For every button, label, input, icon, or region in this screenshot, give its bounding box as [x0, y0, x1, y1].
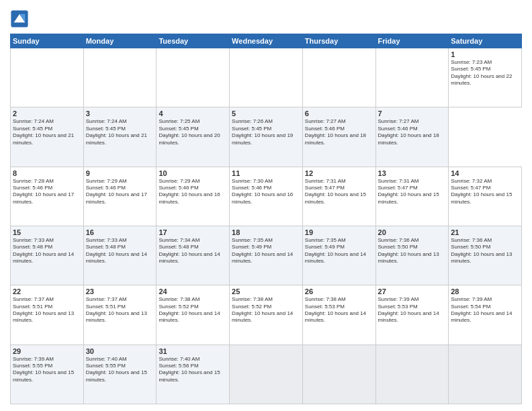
calendar-day-cell: 9Sunrise: 7:29 AM Sunset: 5:46 PM Daylig…: [83, 167, 157, 226]
calendar-day-cell: [230, 48, 303, 107]
calendar-day-cell: 31Sunrise: 7:40 AM Sunset: 5:56 PM Dayli…: [157, 345, 230, 404]
day-info: Sunrise: 7:33 AM Sunset: 5:48 PM Dayligh…: [13, 237, 81, 265]
calendar-day-cell: 13Sunrise: 7:31 AM Sunset: 5:47 PM Dayli…: [375, 167, 449, 226]
day-number: 28: [451, 287, 519, 295]
day-info: Sunrise: 7:38 AM Sunset: 5:53 PM Dayligh…: [305, 296, 373, 324]
day-info: Sunrise: 7:36 AM Sunset: 5:50 PM Dayligh…: [378, 237, 447, 265]
calendar-day-cell: 1Sunrise: 7:23 AM Sunset: 5:45 PM Daylig…: [449, 48, 522, 107]
day-number: 1: [451, 50, 519, 58]
calendar-day-cell: 5Sunrise: 7:26 AM Sunset: 5:45 PM Daylig…: [230, 107, 303, 167]
day-number: 24: [159, 287, 227, 295]
day-info: Sunrise: 7:37 AM Sunset: 5:51 PM Dayligh…: [86, 296, 154, 324]
day-number: 27: [378, 287, 447, 295]
calendar-week-row: 29Sunrise: 7:39 AM Sunset: 5:55 PM Dayli…: [11, 345, 522, 404]
day-number: 26: [305, 287, 373, 295]
day-info: Sunrise: 7:35 AM Sunset: 5:49 PM Dayligh…: [305, 237, 373, 265]
calendar-day-cell: 23Sunrise: 7:37 AM Sunset: 5:51 PM Dayli…: [83, 285, 157, 345]
day-number: 21: [451, 228, 519, 236]
day-number: 9: [86, 169, 154, 177]
day-number: 8: [13, 169, 81, 177]
day-number: 3: [86, 109, 154, 118]
day-number: 14: [451, 169, 519, 177]
calendar-day-cell: [11, 48, 84, 107]
calendar-week-row: 1Sunrise: 7:23 AM Sunset: 5:45 PM Daylig…: [11, 48, 522, 107]
calendar-day-header: Wednesday: [230, 34, 303, 48]
calendar-day-cell: [449, 345, 522, 404]
day-info: Sunrise: 7:36 AM Sunset: 5:50 PM Dayligh…: [451, 237, 519, 265]
day-number: 17: [159, 228, 227, 236]
calendar-week-row: 8Sunrise: 7:28 AM Sunset: 5:46 PM Daylig…: [11, 167, 522, 226]
calendar-table: SundayMondayTuesdayWednesdayThursdayFrid…: [10, 34, 522, 404]
day-number: 31: [159, 347, 227, 355]
logo: [10, 9, 30, 28]
calendar-week-row: 15Sunrise: 7:33 AM Sunset: 5:48 PM Dayli…: [11, 226, 522, 285]
calendar-day-cell: 8Sunrise: 7:28 AM Sunset: 5:46 PM Daylig…: [11, 167, 84, 226]
day-number: 29: [13, 347, 81, 355]
calendar-day-cell: 6Sunrise: 7:27 AM Sunset: 5:46 PM Daylig…: [302, 107, 375, 167]
day-info: Sunrise: 7:39 AM Sunset: 5:55 PM Dayligh…: [13, 356, 81, 384]
day-number: 18: [232, 228, 300, 236]
calendar-day-cell: 10Sunrise: 7:29 AM Sunset: 5:46 PM Dayli…: [157, 167, 230, 226]
day-info: Sunrise: 7:38 AM Sunset: 5:52 PM Dayligh…: [232, 296, 300, 324]
day-number: 13: [378, 169, 447, 177]
calendar-day-header: Sunday: [11, 34, 84, 48]
calendar-day-cell: 14Sunrise: 7:32 AM Sunset: 5:47 PM Dayli…: [449, 167, 522, 226]
calendar-body: 1Sunrise: 7:23 AM Sunset: 5:45 PM Daylig…: [11, 48, 522, 404]
day-info: Sunrise: 7:25 AM Sunset: 5:45 PM Dayligh…: [159, 118, 227, 146]
day-info: Sunrise: 7:34 AM Sunset: 5:48 PM Dayligh…: [159, 237, 227, 265]
calendar-day-cell: 24Sunrise: 7:38 AM Sunset: 5:52 PM Dayli…: [157, 285, 230, 345]
page-container: SundayMondayTuesdayWednesdayThursdayFrid…: [0, 0, 532, 411]
day-info: Sunrise: 7:39 AM Sunset: 5:54 PM Dayligh…: [451, 296, 519, 324]
day-number: 22: [13, 287, 81, 295]
day-info: Sunrise: 7:33 AM Sunset: 5:48 PM Dayligh…: [86, 237, 154, 265]
day-info: Sunrise: 7:24 AM Sunset: 5:45 PM Dayligh…: [86, 118, 154, 146]
calendar-day-cell: 7Sunrise: 7:27 AM Sunset: 5:46 PM Daylig…: [375, 107, 449, 167]
day-info: Sunrise: 7:31 AM Sunset: 5:47 PM Dayligh…: [378, 178, 447, 206]
day-number: 7: [378, 109, 447, 118]
day-number: 2: [13, 109, 81, 118]
calendar-day-cell: 17Sunrise: 7:34 AM Sunset: 5:48 PM Dayli…: [157, 226, 230, 285]
day-info: Sunrise: 7:26 AM Sunset: 5:45 PM Dayligh…: [232, 118, 300, 146]
day-number: 20: [378, 228, 447, 236]
calendar-day-cell: 19Sunrise: 7:35 AM Sunset: 5:49 PM Dayli…: [302, 226, 375, 285]
day-number: 5: [232, 109, 300, 118]
calendar-day-cell: 26Sunrise: 7:38 AM Sunset: 5:53 PM Dayli…: [302, 285, 375, 345]
calendar-day-cell: 3Sunrise: 7:24 AM Sunset: 5:45 PM Daylig…: [83, 107, 157, 167]
day-number: 23: [86, 287, 154, 295]
calendar-day-header: Friday: [375, 34, 449, 48]
day-number: 25: [232, 287, 300, 295]
day-info: Sunrise: 7:40 AM Sunset: 5:56 PM Dayligh…: [159, 356, 227, 384]
day-number: 12: [305, 169, 373, 177]
calendar-day-cell: 4Sunrise: 7:25 AM Sunset: 5:45 PM Daylig…: [157, 107, 230, 167]
calendar-day-cell: 2Sunrise: 7:24 AM Sunset: 5:45 PM Daylig…: [11, 107, 84, 167]
day-number: 4: [159, 109, 227, 118]
calendar-day-cell: 21Sunrise: 7:36 AM Sunset: 5:50 PM Dayli…: [449, 226, 522, 285]
day-number: 10: [159, 169, 227, 177]
calendar-day-cell: 22Sunrise: 7:37 AM Sunset: 5:51 PM Dayli…: [11, 285, 84, 345]
calendar-day-cell: 25Sunrise: 7:38 AM Sunset: 5:52 PM Dayli…: [230, 285, 303, 345]
calendar-day-header: Thursday: [302, 34, 375, 48]
calendar-day-cell: [83, 48, 157, 107]
calendar-week-row: 2Sunrise: 7:24 AM Sunset: 5:45 PM Daylig…: [11, 107, 522, 167]
calendar-day-cell: 16Sunrise: 7:33 AM Sunset: 5:48 PM Dayli…: [83, 226, 157, 285]
day-info: Sunrise: 7:27 AM Sunset: 5:46 PM Dayligh…: [305, 118, 373, 146]
calendar-day-cell: 11Sunrise: 7:30 AM Sunset: 5:46 PM Dayli…: [230, 167, 303, 226]
calendar-week-row: 22Sunrise: 7:37 AM Sunset: 5:51 PM Dayli…: [11, 285, 522, 345]
day-number: 16: [86, 228, 154, 236]
day-info: Sunrise: 7:40 AM Sunset: 5:55 PM Dayligh…: [86, 356, 154, 384]
day-number: 19: [305, 228, 373, 236]
calendar-day-cell: 12Sunrise: 7:31 AM Sunset: 5:47 PM Dayli…: [302, 167, 375, 226]
day-info: Sunrise: 7:37 AM Sunset: 5:51 PM Dayligh…: [13, 296, 81, 324]
calendar-day-cell: 15Sunrise: 7:33 AM Sunset: 5:48 PM Dayli…: [11, 226, 84, 285]
calendar-day-cell: 20Sunrise: 7:36 AM Sunset: 5:50 PM Dayli…: [375, 226, 449, 285]
day-number: 6: [305, 109, 373, 118]
calendar-day-cell: [375, 48, 449, 107]
day-info: Sunrise: 7:38 AM Sunset: 5:52 PM Dayligh…: [159, 296, 227, 324]
calendar-day-cell: 30Sunrise: 7:40 AM Sunset: 5:55 PM Dayli…: [83, 345, 157, 404]
calendar-day-header: Monday: [83, 34, 157, 48]
calendar-day-cell: [157, 48, 230, 107]
day-info: Sunrise: 7:35 AM Sunset: 5:49 PM Dayligh…: [232, 237, 300, 265]
calendar-day-cell: [375, 345, 449, 404]
calendar-day-cell: 29Sunrise: 7:39 AM Sunset: 5:55 PM Dayli…: [11, 345, 84, 404]
calendar-day-cell: 27Sunrise: 7:39 AM Sunset: 5:53 PM Dayli…: [375, 285, 449, 345]
